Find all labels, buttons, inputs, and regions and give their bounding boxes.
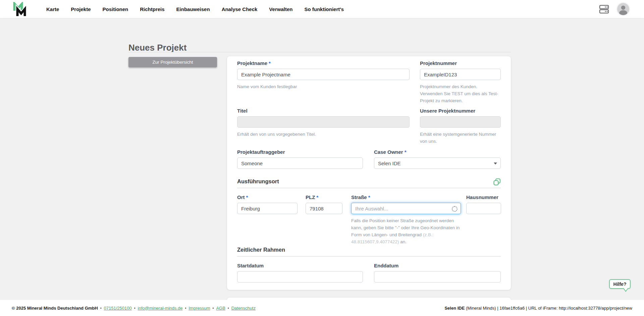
projektname-field-group: Projektname* Name vom Kunden festlegbar — [237, 60, 410, 90]
unsere-projektnummer-field-group: Unsere Projektnummer Erhält eine systemg… — [420, 107, 501, 145]
strasse-field-group: Straße* Falls die Position keiner Straße… — [351, 194, 461, 245]
case-owner-select[interactable]: Selen IDE — [374, 157, 501, 169]
footer-session-info: Selen IDE (Mineral Minds) | 16fae1ffc6a6… — [444, 306, 632, 311]
server-icon[interactable] — [599, 4, 609, 14]
zeitlicher-rahmen-divider — [237, 256, 501, 257]
required-marker: * — [368, 194, 370, 200]
hausnummer-label: Hausnummer — [466, 194, 501, 201]
unsere-projektnummer-input — [420, 116, 501, 128]
projektauftraggeber-input[interactable] — [237, 157, 363, 169]
footer-separator: • — [228, 306, 229, 310]
projektname-input[interactable] — [237, 69, 410, 80]
footer-left: © 2025 Mineral Minds Deutschland GmbH • … — [12, 306, 256, 311]
required-marker: * — [405, 149, 407, 155]
help-button[interactable]: Hilfe? — [609, 279, 631, 289]
footer-session-details: (Mineral Minds) | 16fae1ffc6a6 | URL of … — [465, 306, 632, 311]
projektnummer-input[interactable] — [420, 69, 501, 80]
footer-separator: • — [134, 306, 136, 310]
chevron-down-icon — [494, 163, 497, 165]
nav-item-verwalten[interactable]: Verwalten — [269, 6, 292, 12]
footer-copyright: © 2025 Mineral Minds Deutschland GmbH — [12, 306, 98, 311]
nav-item-einbauweisen[interactable]: Einbauweisen — [176, 6, 210, 12]
unsere-projektnummer-helper: Erhält eine systemgenerierte Nummer von … — [420, 131, 501, 145]
required-marker: * — [246, 194, 248, 200]
title-divider — [128, 52, 511, 52]
footer-impressum-link[interactable]: Impressum — [189, 306, 210, 311]
case-owner-label: Case Owner* — [374, 148, 501, 156]
plz-input[interactable] — [306, 203, 342, 214]
nav-item-karte[interactable]: Karte — [46, 6, 59, 12]
startdatum-label: Startdatum — [237, 262, 363, 269]
hausnummer-field-group: Hausnummer — [466, 194, 501, 214]
required-marker: * — [316, 194, 318, 200]
projektnummer-field-group: Projektnummer Projektnummer des Kunden. … — [420, 60, 501, 104]
ausfuehrungsort-divider — [237, 188, 501, 188]
app-root: Karte Projekte Positionen Richtpreis Ein… — [0, 0, 644, 316]
titel-helper: Erhält den von uns vorgegebenen Titel. — [237, 131, 410, 138]
footer-separator: • — [185, 306, 186, 310]
ort-label: Ort* — [237, 194, 298, 201]
projektnummer-helper: Projektnummer des Kunden. Verwenden Sie … — [420, 83, 501, 104]
startdatum-input[interactable] — [237, 271, 363, 282]
nav-item-richtpreis[interactable]: Richtpreis — [140, 6, 164, 12]
projektname-helper: Name vom Kunden festlegbar — [237, 83, 410, 90]
enddatum-label: Enddatum — [374, 262, 501, 269]
strasse-helper: Falls die Position keiner Straße zugeord… — [351, 217, 461, 245]
new-project-form-card: Projektname* Name vom Kunden festlegbar … — [227, 56, 511, 290]
back-to-project-overview-button[interactable]: Zur Projektübersicht — [128, 57, 217, 67]
loading-spinner-icon — [452, 206, 458, 212]
case-owner-selected-value: Selen IDE — [378, 161, 401, 166]
projektauftraggeber-field-group: Projektauftraggeber — [237, 148, 363, 169]
enddatum-field-group: Enddatum — [374, 262, 501, 282]
footer-session-owner: Selen IDE — [444, 306, 465, 311]
strasse-label: Straße* — [351, 194, 461, 201]
footer-email-link[interactable]: info@mineral-minds.de — [138, 306, 183, 311]
titel-label: Titel — [237, 107, 410, 115]
footer-separator: • — [213, 306, 214, 310]
nav-item-positionen[interactable]: Positionen — [103, 6, 128, 12]
main-nav: Karte Projekte Positionen Richtpreis Ein… — [46, 0, 344, 18]
projektname-label: Projektname* — [237, 60, 410, 67]
ort-field-group: Ort* — [237, 194, 298, 214]
hausnummer-input[interactable] — [466, 203, 501, 214]
enddatum-input[interactable] — [374, 271, 501, 282]
unsere-projektnummer-label: Unsere Projektnummer — [420, 107, 501, 115]
titel-field-group: Titel Erhält den von uns vorgegebenen Ti… — [237, 107, 410, 138]
footer: © 2025 Mineral Minds Deutschland GmbH • … — [0, 300, 644, 316]
nav-item-projekte[interactable]: Projekte — [71, 6, 91, 12]
mineral-minds-logo-icon[interactable] — [13, 2, 31, 17]
ort-input[interactable] — [237, 203, 298, 214]
footer-phone-link[interactable]: 07151/250100 — [104, 306, 132, 311]
projektnummer-label: Projektnummer — [420, 60, 501, 67]
footer-agb-link[interactable]: AGB — [216, 306, 225, 311]
required-marker: * — [269, 60, 271, 66]
footer-datenschutz-link[interactable]: Datenschutz — [231, 306, 256, 311]
titel-input — [237, 116, 410, 128]
strasse-input[interactable] — [351, 203, 461, 214]
plz-label: PLZ* — [306, 194, 342, 201]
page-title: Neues Projekt — [128, 43, 186, 53]
case-owner-field-group: Case Owner* Selen IDE — [374, 148, 501, 169]
startdatum-field-group: Startdatum — [237, 262, 363, 282]
nav-item-so-funktionierts[interactable]: So funktioniert's — [304, 6, 344, 12]
footer-separator: • — [100, 306, 102, 310]
topbar-actions — [599, 0, 644, 18]
plz-field-group: PLZ* — [306, 194, 342, 214]
projektauftraggeber-label: Projektauftraggeber — [237, 148, 363, 156]
ausfuehrungsort-section-title: Ausführungsort — [237, 178, 279, 185]
copy-location-icon[interactable] — [493, 178, 501, 186]
nav-item-analyse-check[interactable]: Analyse Check — [222, 6, 258, 12]
zeitlicher-rahmen-section-title: Zeitlicher Rahmen — [237, 247, 285, 253]
user-avatar[interactable] — [617, 3, 629, 15]
topbar: Karte Projekte Positionen Richtpreis Ein… — [0, 0, 644, 18]
